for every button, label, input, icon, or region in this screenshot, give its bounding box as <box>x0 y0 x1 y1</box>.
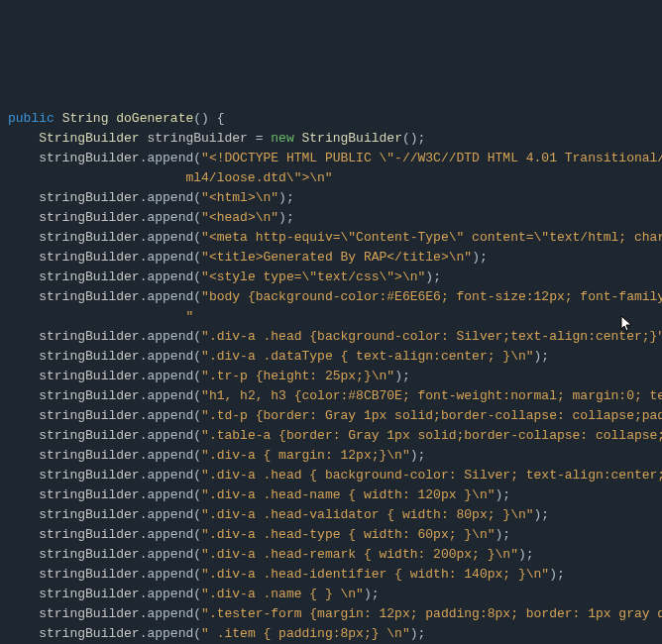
code-line[interactable]: stringBuilder.append(".div-a .head-ident… <box>8 565 662 585</box>
token-punct: ( <box>193 448 201 463</box>
token-method: append <box>147 448 193 463</box>
code-line[interactable]: stringBuilder.append(".div-a .head { bac… <box>8 466 662 485</box>
code-line[interactable]: stringBuilder.append("<!DOCTYPE HTML PUB… <box>8 149 662 168</box>
token-ident: stringBuilder <box>39 567 139 582</box>
token-punct: ( <box>193 468 201 483</box>
token-punct: ( <box>193 349 201 364</box>
token-punct: ); <box>549 567 565 582</box>
code-line[interactable]: stringBuilder.append(".div-a .name { } \… <box>8 585 662 604</box>
token-ident: stringBuilder <box>39 487 139 502</box>
token-fn: doGenerate <box>116 111 193 126</box>
token-str: ".div-a { margin: 12px;}\n" <box>201 448 410 463</box>
code-line[interactable]: stringBuilder.append("<style type=\"text… <box>8 268 662 287</box>
token-ident: stringBuilder <box>39 250 139 265</box>
token-punct: ( <box>193 547 201 562</box>
code-line[interactable]: stringBuilder.append("h1, h2, h3 {color:… <box>8 386 662 406</box>
token-ident: stringBuilder <box>39 210 139 225</box>
token-ident: stringBuilder <box>39 587 139 601</box>
token-str: ".div-a .head-remark { width: 200px; }\n… <box>201 547 518 562</box>
token-method: append <box>147 547 193 562</box>
code-editor[interactable]: public String doGenerate() { StringBuild… <box>8 89 662 644</box>
code-line[interactable]: stringBuilder.append("<meta http-equiv=\… <box>8 228 662 248</box>
token-str: " .item { padding:8px;} \n" <box>201 626 410 641</box>
code-line[interactable]: stringBuilder.append("body {background-c… <box>8 287 662 307</box>
token-method: append <box>147 428 193 443</box>
token-sp <box>248 131 256 146</box>
token-method: append <box>147 269 193 284</box>
token-method: append <box>147 369 193 383</box>
token-str: " <box>185 309 193 324</box>
code-line[interactable]: stringBuilder.append(".div-a .head-valid… <box>8 505 662 525</box>
token-str: ".tester-form {margin: 12px; padding:8px… <box>201 606 662 621</box>
token-ident: stringBuilder <box>39 349 139 364</box>
code-line[interactable]: public String doGenerate() { <box>8 109 662 129</box>
token-method: append <box>147 507 193 522</box>
token-method: append <box>147 230 193 245</box>
code-line[interactable]: stringBuilder.append(".div-a .head {back… <box>8 327 662 347</box>
code-line[interactable]: stringBuilder.append(".div-a .head-name … <box>8 485 662 505</box>
code-line[interactable]: stringBuilder.append(" .item { padding:8… <box>8 624 662 644</box>
code-line[interactable]: stringBuilder.append(".tester-form {marg… <box>8 604 662 624</box>
token-punct: ); <box>472 250 488 265</box>
token-str: ".div-a .head { background-color: Silver… <box>201 468 662 483</box>
code-line[interactable]: " <box>8 307 662 327</box>
token-punct: ( <box>193 428 201 443</box>
token-str: ".div-a .name { } \n" <box>201 587 364 601</box>
token-punct: ); <box>534 349 550 364</box>
token-method: append <box>147 329 193 344</box>
token-punct: ); <box>278 190 294 205</box>
token-punct: ( <box>193 567 201 582</box>
token-punct: ( <box>193 230 201 245</box>
token-punct: ( <box>193 487 201 502</box>
token-punct: ( <box>193 388 201 403</box>
code-line[interactable]: stringBuilder.append(".div-a .head-remar… <box>8 545 662 565</box>
token-str: "h1, h2, h3 {color:#8CB70E; font-weight:… <box>201 388 662 403</box>
token-str: "body {background-color:#E6E6E6; font-si… <box>201 289 662 304</box>
token-ident: stringBuilder <box>39 388 139 403</box>
token-type: StringBuilder <box>39 131 139 146</box>
token-ident: stringBuilder <box>39 428 139 443</box>
token-punct: = <box>256 131 272 146</box>
token-ident: stringBuilder <box>39 369 139 383</box>
token-method: append <box>147 606 193 621</box>
token-punct: ( <box>193 250 201 265</box>
token-ident: stringBuilder <box>39 527 139 542</box>
token-kw: public <box>8 111 55 126</box>
token-punct: ); <box>278 210 294 225</box>
token-method: append <box>147 587 193 601</box>
token-ident: stringBuilder <box>39 269 139 284</box>
token-punct: ( <box>193 289 201 304</box>
token-str: ".div-a .head-identifier { width: 140px;… <box>201 567 549 582</box>
code-line[interactable]: stringBuilder.append(".div-a .head-type … <box>8 525 662 545</box>
token-str: ".tr-p {height: 25px;}\n" <box>201 369 394 383</box>
token-punct: ); <box>364 587 380 601</box>
token-method: append <box>147 349 193 364</box>
code-line[interactable]: stringBuilder.append("<title>Generated B… <box>8 248 662 268</box>
code-line[interactable]: stringBuilder.append(".div-a { margin: 1… <box>8 446 662 466</box>
code-line[interactable] <box>8 89 662 109</box>
token-punct: ); <box>496 527 511 542</box>
code-line[interactable]: StringBuilder stringBuilder = new String… <box>8 129 662 149</box>
code-line[interactable]: stringBuilder.append("<head>\n"); <box>8 208 662 228</box>
token-ident: stringBuilder <box>39 408 139 423</box>
token-method: append <box>147 190 193 205</box>
token-method: append <box>147 408 193 423</box>
code-line[interactable]: stringBuilder.append(".tr-p {height: 25p… <box>8 367 662 386</box>
token-type: String <box>62 111 109 126</box>
code-line[interactable]: stringBuilder.append("<html>\n"); <box>8 188 662 208</box>
token-str: ml4/loose.dtd\">\n" <box>185 170 332 185</box>
code-line[interactable]: ml4/loose.dtd\">\n" <box>8 168 662 188</box>
token-ident: stringBuilder <box>39 289 139 304</box>
token-ident: stringBuilder <box>39 230 139 245</box>
token-punct: () { <box>193 111 224 126</box>
token-ident: stringBuilder <box>39 190 139 205</box>
token-new: new <box>271 131 293 146</box>
token-sp <box>8 309 185 324</box>
code-line[interactable]: stringBuilder.append(".div-a .dataType {… <box>8 347 662 367</box>
token-method: append <box>147 151 193 165</box>
token-punct: ); <box>496 487 511 502</box>
token-str: "<html>\n" <box>201 190 278 205</box>
code-line[interactable]: stringBuilder.append(".table-a {border: … <box>8 426 662 446</box>
token-punct: ( <box>193 269 201 284</box>
code-line[interactable]: stringBuilder.append(".td-p {border: Gra… <box>8 406 662 426</box>
